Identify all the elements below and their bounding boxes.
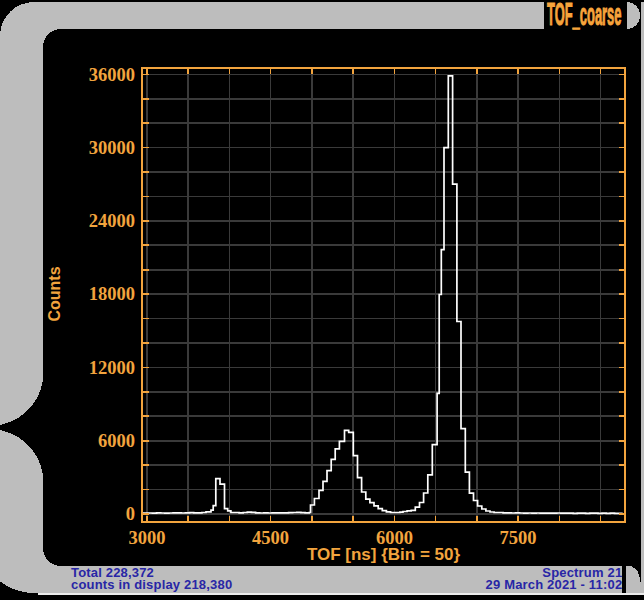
svg-text:18000: 18000 [89, 284, 135, 304]
svg-text:30000: 30000 [89, 138, 135, 158]
svg-text:29 March 2021 - 11:02: 29 March 2021 - 11:02 [486, 577, 623, 592]
svg-text:TOF [ns] {Bin = 50}: TOF [ns] {Bin = 50} [307, 545, 461, 564]
svg-text:counts in display 218,380: counts in display 218,380 [71, 577, 232, 592]
svg-text:TOF_coarse: TOF_coarse [547, 0, 622, 32]
svg-text:Counts: Counts [46, 266, 63, 321]
svg-text:7500: 7500 [500, 528, 537, 548]
svg-text:3000: 3000 [128, 528, 165, 548]
svg-text:12000: 12000 [89, 358, 135, 378]
svg-text:6000: 6000 [98, 431, 135, 451]
svg-text:24000: 24000 [89, 211, 135, 231]
svg-text:0: 0 [126, 504, 135, 524]
svg-text:4500: 4500 [252, 528, 289, 548]
svg-text:36000: 36000 [89, 65, 135, 85]
